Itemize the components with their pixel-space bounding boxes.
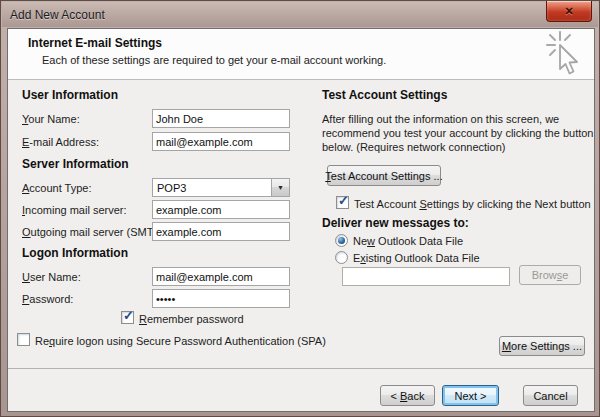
test-account-settings-description: After filling out the information on thi… <box>322 112 600 154</box>
browse-button[interactable]: Browse <box>519 265 581 285</box>
existing-outlook-data-file-label[interactable]: Existing Outlook Data File <box>353 252 480 264</box>
dialog-header: Internet E-mail Settings Each of these s… <box>8 29 594 80</box>
dialog-footer: < Back Next > Cancel <box>8 368 594 411</box>
next-button[interactable]: Next > <box>442 385 499 406</box>
page-title: Internet E-mail Settings <box>28 36 162 50</box>
incoming-server-label: Incoming mail server: <box>22 204 127 216</box>
spa-label[interactable]: Require logon using Secure Password Auth… <box>35 335 326 347</box>
test-account-settings-heading: Test Account Settings <box>322 88 447 102</box>
test-next-checkbox[interactable]: ✓ <box>336 196 349 209</box>
incoming-server-input[interactable] <box>152 200 290 219</box>
email-address-input[interactable] <box>152 132 290 151</box>
close-button[interactable]: ✕ <box>546 1 592 22</box>
deliver-heading: Deliver new messages to: <box>322 216 469 230</box>
logon-information-heading: Logon Information <box>22 246 128 260</box>
user-name-label: User Name: <box>22 271 81 283</box>
remember-password-label[interactable]: Remember password <box>139 313 244 325</box>
password-input[interactable] <box>152 289 290 308</box>
cancel-button[interactable]: Cancel <box>523 385 578 406</box>
your-name-input[interactable] <box>152 109 290 128</box>
new-outlook-data-file-radio[interactable] <box>335 234 348 247</box>
outgoing-server-label: Outgoing mail server (SMTP): <box>22 226 168 238</box>
test-next-checkbox-label[interactable]: Test Account Settings by clicking the Ne… <box>354 198 591 210</box>
email-address-label: E-mail Address: <box>22 136 99 148</box>
spa-checkbox[interactable] <box>17 333 30 346</box>
account-type-value: POP3 <box>157 182 186 194</box>
test-account-settings-button[interactable]: Test Account Settings ... <box>327 165 441 186</box>
new-outlook-data-file-label[interactable]: New Outlook Data File <box>353 235 463 247</box>
user-name-input[interactable] <box>152 267 290 286</box>
chevron-down-icon: ▼ <box>277 184 284 191</box>
more-settings-button[interactable]: More Settings ... <box>499 336 585 356</box>
sparkle-cursor-icon <box>546 31 586 77</box>
remember-password-checkbox[interactable]: ✓ <box>121 311 134 324</box>
check-icon: ✓ <box>338 193 349 208</box>
add-new-account-dialog: Add New Account ✕ Internet E-mail Settin… <box>0 0 600 417</box>
back-button[interactable]: < Back <box>380 385 435 406</box>
account-type-label: Account Type: <box>22 182 92 194</box>
server-information-heading: Server Information <box>22 157 129 171</box>
check-icon: ✓ <box>123 308 134 323</box>
dialog-content: User Information Your Name: E-mail Addre… <box>8 80 594 368</box>
your-name-label: Your Name: <box>22 113 80 125</box>
account-type-select[interactable]: POP3 ▼ <box>152 178 290 197</box>
close-icon: ✕ <box>564 6 573 17</box>
window-title: Add New Account <box>10 8 105 22</box>
data-file-path-input[interactable] <box>342 267 510 286</box>
existing-outlook-data-file-radio[interactable] <box>335 251 348 264</box>
outgoing-server-input[interactable] <box>152 222 290 241</box>
dialog-body: Internet E-mail Settings Each of these s… <box>7 28 595 412</box>
user-information-heading: User Information <box>22 88 118 102</box>
titlebar[interactable]: Add New Account <box>2 2 598 27</box>
password-label: Password: <box>22 293 73 305</box>
combo-dropdown-button[interactable]: ▼ <box>271 179 289 196</box>
page-subtitle: Each of these settings are required to g… <box>42 54 386 66</box>
